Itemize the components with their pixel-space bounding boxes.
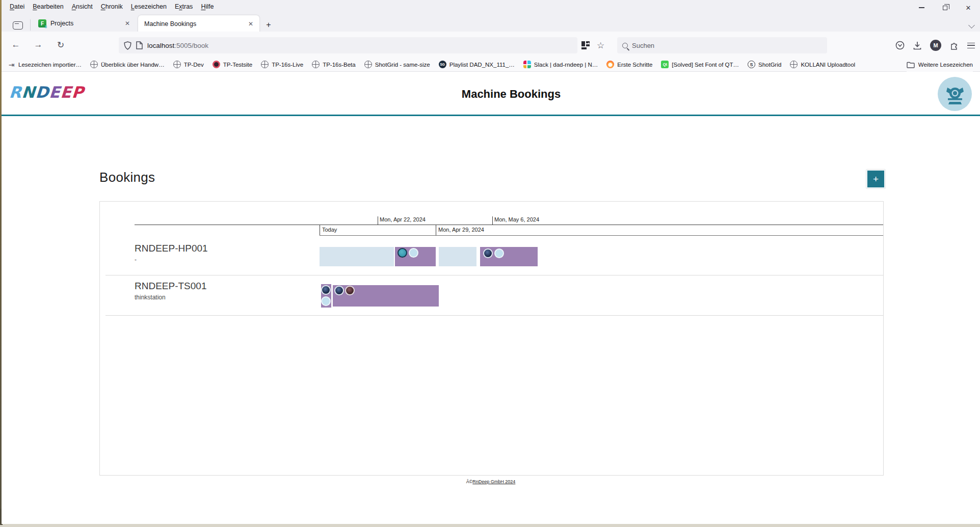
logo-letter: R: [9, 83, 22, 101]
bookmark-label: Playlist DAD_NX_111_…: [449, 62, 515, 68]
tab-separator: [30, 19, 31, 31]
bookmark-favicon-icon: SG: [439, 61, 446, 68]
booking-bar[interactable]: [395, 247, 436, 266]
booking-bar[interactable]: [320, 247, 394, 266]
bookings-heading: Bookings: [99, 170, 155, 185]
page-title: Machine Bookings: [462, 88, 561, 101]
url-bar[interactable]: localhost:5005/book: [119, 37, 577, 53]
screenshot-grid-icon[interactable]: [581, 41, 590, 49]
logo-letter: E: [60, 83, 72, 101]
footer-link[interactable]: RnDeep GmbH 2024: [472, 479, 515, 484]
desktop-bottom-edge: [0, 524, 980, 527]
booking-bar[interactable]: [333, 285, 439, 307]
new-tab-button[interactable]: +: [262, 19, 275, 31]
user-avatar-icon: [409, 248, 418, 258]
logo-letter: N: [21, 83, 36, 101]
bookmark-label: ShotGrid: [758, 62, 781, 68]
extensions-icon[interactable]: [950, 41, 959, 50]
reload-button[interactable]: ↻: [54, 38, 68, 52]
user-avatar-icon: [494, 248, 504, 258]
list-all-tabs-icon[interactable]: [968, 22, 975, 29]
folder-icon: [907, 62, 915, 68]
robot-icon: [943, 82, 967, 106]
booking-bar[interactable]: [439, 247, 476, 266]
user-avatar-icon: [321, 285, 331, 295]
search-input[interactable]: [632, 42, 805, 49]
more-bookmarks-button[interactable]: Weitere Lesezeichen: [907, 58, 973, 72]
bookmark-label: Erste Schritte: [617, 62, 652, 68]
bookmark-favicon-icon: ⇥: [8, 61, 15, 68]
booking-bar[interactable]: [321, 284, 331, 308]
bookmark-item[interactable]: TP-16s-Beta: [312, 61, 356, 68]
restore-icon: [943, 6, 947, 10]
bookmark-label: Überblick über Handw…: [101, 62, 165, 68]
bookmark-item[interactable]: ShotGrid - same-size: [364, 61, 430, 68]
tab-bar: F 3 Projects ✕ Machine Bookings ✕ +: [2, 13, 980, 32]
user-avatar-icon: [345, 286, 355, 295]
bookmark-label: ShotGrid - same-size: [375, 62, 430, 68]
add-booking-button[interactable]: +: [866, 170, 885, 188]
bookmark-item[interactable]: KOLLANI Uploadtool: [790, 61, 855, 68]
bookmark-label: TP-Testsite: [223, 62, 253, 68]
url-text: localhost:5005/book: [147, 42, 208, 49]
header-divider: [2, 115, 980, 116]
search-bar[interactable]: [617, 37, 827, 53]
bookmark-favicon-icon: [523, 61, 531, 68]
bookmark-item[interactable]: SG Playlist DAD_NX_111_…: [439, 61, 515, 68]
user-avatar[interactable]: [938, 77, 972, 111]
bookmark-item[interactable]: Qt [Solved] Set Font of QT…: [661, 61, 739, 68]
firefox-view-icon[interactable]: [13, 21, 23, 30]
account-button[interactable]: M: [930, 40, 941, 51]
page-info-icon[interactable]: [136, 41, 143, 49]
search-icon: [622, 43, 628, 48]
bookmark-label: [Solved] Set Font of QT…: [672, 62, 739, 68]
bookmark-label: TP-Dev: [184, 62, 204, 68]
tab-machine-bookings[interactable]: Machine Bookings ✕: [138, 15, 259, 33]
bookmark-item[interactable]: S ShotGrid: [748, 61, 781, 68]
navigation-toolbar: ← → ↻ localhost:5005/book ☆ M: [2, 32, 980, 58]
bookmark-favicon-icon: [90, 61, 98, 68]
tab-close-icon[interactable]: ✕: [123, 19, 132, 28]
downloads-icon[interactable]: [913, 41, 921, 50]
bookmark-item[interactable]: Slack | dad-rndeep | N…: [523, 61, 598, 68]
bookmark-item[interactable]: Erste Schritte: [606, 61, 652, 68]
bookmark-favicon-icon: [213, 61, 220, 68]
menu-hilfe[interactable]: Hilfe: [197, 2, 217, 12]
bookmark-star-icon[interactable]: ☆: [597, 40, 604, 51]
bookmark-favicon-icon: [261, 61, 269, 68]
rndeep-logo[interactable]: RNDEEP: [9, 83, 85, 101]
bookmark-item[interactable]: TP-Testsite: [213, 61, 253, 68]
bookmark-favicon-icon: [173, 61, 181, 68]
bookmark-label: TP-16s-Live: [272, 62, 303, 68]
booking-bar[interactable]: [480, 247, 538, 266]
menu-icon[interactable]: [967, 43, 975, 48]
forward-button[interactable]: →: [31, 38, 45, 52]
tab-close-icon[interactable]: ✕: [246, 19, 255, 29]
menu-extras[interactable]: Extras: [171, 2, 196, 12]
user-avatar-icon: [334, 286, 344, 295]
shield-icon[interactable]: [124, 41, 131, 50]
bookmark-label: Lesezeichen importier…: [18, 62, 82, 68]
tab-projects[interactable]: F 3 Projects ✕: [34, 15, 136, 32]
pocket-shield-icon[interactable]: [895, 41, 905, 50]
bookmark-favicon-icon: Qt: [661, 61, 669, 68]
bookmark-favicon-icon: S: [748, 61, 755, 68]
back-button[interactable]: ←: [9, 38, 23, 52]
page-footer: Â©RnDeep GmbH 2024: [2, 479, 980, 484]
menu-ansicht[interactable]: Ansicht: [68, 2, 96, 12]
bookmark-item[interactable]: Überblick über Handw…: [90, 61, 165, 68]
bookmark-label: KOLLANI Uploadtool: [801, 62, 855, 68]
menu-lesezeichen[interactable]: Lesezeichen: [127, 2, 170, 12]
bookmark-item[interactable]: TP-Dev: [173, 61, 204, 68]
bookmark-label: TP-16s-Beta: [323, 62, 356, 68]
menu-datei[interactable]: Datei: [6, 2, 28, 12]
browser-window: DateiBearbeitenAnsichtChronikLesezeichen…: [2, 0, 980, 524]
bookmarks-toolbar: ⇥ Lesezeichen importier… Überblick über …: [2, 58, 980, 72]
bookmark-item[interactable]: ⇥ Lesezeichen importier…: [8, 61, 82, 68]
bookings-card: [99, 201, 884, 476]
menu-bearbeiten[interactable]: Bearbeiten: [29, 2, 67, 12]
bookmark-favicon-icon: [606, 61, 614, 68]
logo-letter: P: [71, 83, 85, 101]
menu-chronik[interactable]: Chronik: [97, 2, 126, 12]
bookmark-item[interactable]: TP-16s-Live: [261, 61, 303, 68]
